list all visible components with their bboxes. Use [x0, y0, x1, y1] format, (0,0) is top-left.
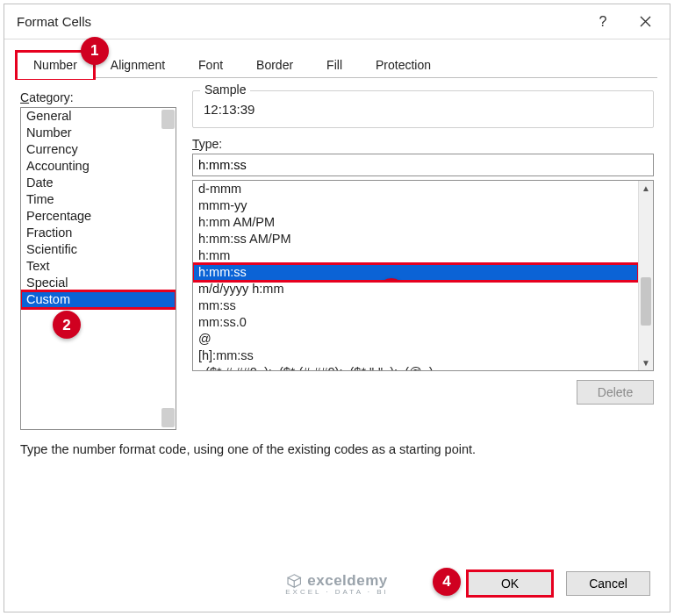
tab-border[interactable]: Border — [240, 52, 310, 78]
detail-column: Sample 12:13:39 Type: d-mmm mmm-yy h:mm … — [192, 90, 654, 430]
list-item[interactable]: Time — [21, 191, 176, 208]
category-listbox[interactable]: General Number Currency Accounting Date … — [20, 107, 176, 430]
list-item[interactable]: Fraction — [21, 225, 176, 241]
sample-value: 12:13:39 — [204, 100, 642, 117]
ok-button[interactable]: OK — [468, 571, 552, 596]
list-item[interactable]: Currency — [21, 141, 176, 158]
sample-fieldset: Sample 12:13:39 — [192, 90, 654, 128]
cube-icon — [286, 573, 302, 589]
list-item[interactable]: m/d/yyyy h:mm — [193, 281, 638, 297]
scroll-up-icon[interactable]: ▲ — [639, 181, 653, 196]
help-button[interactable]: ? — [582, 4, 624, 39]
watermark-logo: exceldemy EXCEL · DATA · BI — [285, 572, 389, 596]
callout-badge-3: 3 — [377, 278, 405, 281]
watermark-tagline: EXCEL · DATA · BI — [285, 588, 389, 596]
tab-strip: Number 1 Alignment Font Border Fill Prot… — [4, 39, 670, 78]
list-item[interactable]: mm:ss.0 — [193, 314, 638, 331]
close-button[interactable] — [624, 4, 666, 39]
tab-label: Protection — [376, 58, 431, 72]
watermark-name: exceldemy — [307, 572, 387, 590]
scroll-thumb-top[interactable] — [161, 110, 175, 129]
scroll-thumb[interactable] — [641, 277, 651, 326]
format-cells-dialog: Format Cells ? Number 1 Alignment Font B… — [4, 4, 670, 612]
tab-label: Number — [33, 58, 77, 72]
list-item[interactable]: [h]:mm:ss — [193, 347, 638, 364]
tab-label: Font — [198, 58, 223, 72]
list-item[interactable]: Date — [21, 175, 176, 191]
list-item[interactable]: Special — [21, 275, 176, 291]
tab-label: Fill — [326, 58, 342, 72]
list-item[interactable]: General — [21, 108, 176, 125]
dialog-content: Category: General Number Currency Accoun… — [4, 78, 670, 435]
list-item[interactable]: Number — [21, 125, 176, 141]
list-item[interactable]: h:mm — [193, 247, 638, 264]
dialog-footer: exceldemy EXCEL · DATA · BI 4 OK Cancel — [4, 562, 670, 612]
tab-number[interactable]: Number 1 — [17, 52, 94, 78]
sample-legend: Sample — [200, 82, 250, 97]
category-label: Category: — [20, 90, 176, 104]
list-item[interactable]: d-mmm — [193, 181, 638, 197]
list-item[interactable]: h:mm AM/PM — [193, 214, 638, 231]
cancel-button[interactable]: Cancel — [566, 571, 650, 596]
list-item[interactable]: Text — [21, 258, 176, 275]
list-item[interactable]: _($* #,##0_);_($* (#,##0);_($* "-"_);_(@… — [193, 364, 638, 371]
list-item[interactable]: @ — [193, 331, 638, 347]
category-column: Category: General Number Currency Accoun… — [20, 90, 176, 430]
tab-protection[interactable]: Protection — [359, 52, 448, 78]
list-item-selected[interactable]: h:mm:ss 3 — [193, 264, 638, 281]
type-input[interactable] — [192, 154, 654, 176]
tab-font[interactable]: Font — [182, 52, 240, 78]
scrollbar[interactable]: ▲ ▼ — [638, 181, 653, 370]
hint-text: Type the number format code, using one o… — [4, 435, 670, 460]
tab-label: Alignment — [111, 58, 165, 72]
scroll-down-icon[interactable]: ▼ — [639, 355, 653, 370]
titlebar: Format Cells ? — [4, 4, 670, 39]
callout-badge-1: 1 — [81, 37, 109, 65]
list-item[interactable]: mm:ss — [193, 297, 638, 314]
scroll-thumb-bottom[interactable] — [161, 408, 175, 427]
delete-button[interactable]: Delete — [577, 380, 654, 405]
list-item[interactable]: mmm-yy — [193, 197, 638, 214]
list-item[interactable]: h:mm:ss AM/PM — [193, 231, 638, 247]
type-listbox[interactable]: d-mmm mmm-yy h:mm AM/PM h:mm:ss AM/PM h:… — [192, 180, 654, 371]
dialog-title: Format Cells — [17, 14, 582, 29]
list-item[interactable]: Scientific — [21, 241, 176, 258]
list-item[interactable]: Percentage — [21, 208, 176, 225]
list-item-custom[interactable]: Custom 2 — [21, 291, 176, 308]
tab-label: Border — [256, 58, 293, 72]
callout-badge-4: 4 — [433, 568, 461, 596]
tab-fill[interactable]: Fill — [310, 52, 359, 78]
list-item[interactable]: Accounting — [21, 158, 176, 175]
type-label: Type: — [192, 137, 654, 151]
close-icon — [640, 16, 651, 27]
callout-badge-2: 2 — [53, 311, 81, 339]
